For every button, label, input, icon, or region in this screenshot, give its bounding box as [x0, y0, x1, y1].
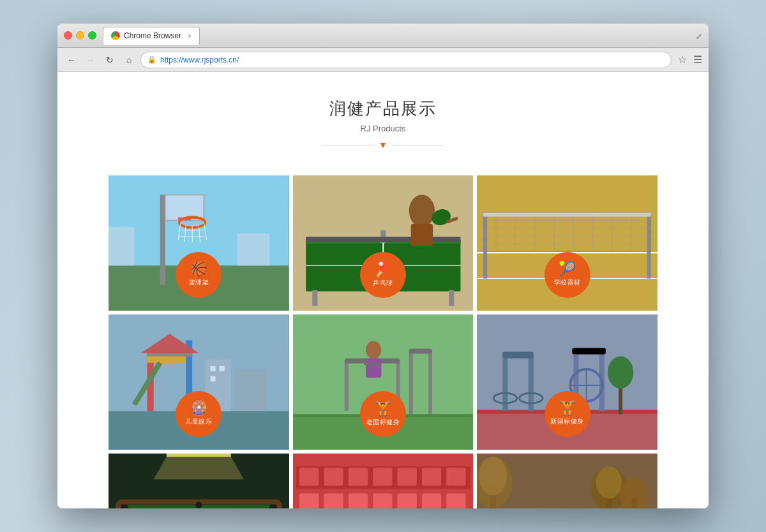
tab-area: Chrome Browser ×: [103, 27, 702, 45]
bookmark-icon[interactable]: ☆: [678, 54, 687, 66]
svg-rect-78: [503, 352, 534, 358]
product-tabletennis[interactable]: 🏓 乒乓球: [293, 175, 474, 311]
product-school[interactable]: 🎾 学校器材: [477, 175, 657, 311]
url-text: https://www.rjsports.cn/: [160, 55, 239, 64]
svg-rect-13: [109, 227, 134, 266]
svg-rect-115: [397, 468, 416, 485]
url-bar[interactable]: 🔒 https://www.rjsports.cn/: [140, 52, 672, 68]
page-header: 润健产品展示 RJ Products ▼: [57, 72, 709, 163]
svg-rect-69: [366, 358, 381, 378]
oldfitness-icon: 🏋️: [374, 402, 391, 416]
svg-marker-91: [154, 457, 244, 479]
svg-rect-120: [348, 494, 367, 508]
product-circle-basketball: 🏀 篮球架: [176, 252, 222, 298]
basketball-label: 篮球架: [189, 278, 209, 287]
product-park[interactable]: 🪑 公园器材: [477, 454, 657, 508]
svg-rect-59: [210, 376, 215, 381]
svg-rect-58: [220, 366, 225, 371]
traffic-lights: [64, 31, 96, 40]
school-label: 学校器材: [554, 278, 581, 287]
svg-rect-31: [483, 214, 487, 279]
svg-rect-119: [324, 494, 343, 508]
svg-rect-70: [364, 363, 372, 366]
svg-rect-25: [410, 224, 432, 246]
page-title-english: RJ Products: [70, 124, 696, 133]
divider-right: [393, 145, 444, 145]
svg-rect-67: [409, 349, 432, 354]
window-controls: ⤢: [696, 30, 702, 41]
oldfitness-label: 老国标健身: [366, 418, 400, 427]
svg-rect-114: [373, 468, 392, 485]
svg-rect-32: [647, 214, 651, 279]
children-label: 儿童娱乐: [185, 417, 212, 426]
product-newfitness[interactable]: 🏋 新国标健身: [477, 314, 657, 450]
product-billiards[interactable]: 🎱 台球桌: [109, 454, 289, 508]
school-icon: 🎾: [559, 262, 576, 276]
svg-rect-65: [409, 350, 412, 415]
svg-rect-90: [167, 454, 231, 457]
svg-rect-46: [483, 213, 650, 217]
home-button[interactable]: ⌂: [121, 52, 137, 68]
svg-point-24: [409, 195, 434, 226]
back-button[interactable]: ←: [64, 52, 79, 68]
svg-rect-123: [422, 494, 441, 508]
svg-rect-121: [373, 494, 392, 508]
svg-rect-56: [234, 369, 266, 411]
browser-tab[interactable]: Chrome Browser ×: [103, 27, 200, 45]
svg-rect-23: [449, 290, 454, 306]
product-circle-oldfitness: 🏋️ 老国标健身: [360, 391, 406, 437]
lock-icon: 🔒: [147, 55, 156, 64]
svg-point-88: [608, 357, 633, 388]
svg-rect-112: [324, 468, 343, 485]
product-circle-tabletennis: 🏓 乒乓球: [360, 252, 406, 298]
svg-rect-83: [573, 348, 606, 354]
product-circle-children: 🎡 儿童娱乐: [176, 391, 222, 437]
forward-button[interactable]: →: [83, 52, 98, 68]
svg-point-104: [195, 502, 202, 508]
svg-rect-118: [299, 494, 319, 508]
product-stadium[interactable]: 1 2 3 4 🪑 看台/课桌: [293, 454, 474, 508]
svg-rect-124: [446, 494, 465, 508]
divider-left: [322, 145, 373, 145]
chrome-icon: [111, 31, 120, 40]
tabletennis-label: 乒乓球: [373, 279, 393, 288]
expand-icon: ⤢: [696, 32, 702, 41]
maximize-button[interactable]: [88, 31, 96, 40]
menu-icon[interactable]: ☰: [693, 54, 702, 66]
newfitness-label: 新国标健身: [550, 417, 584, 426]
svg-rect-2: [160, 195, 165, 284]
product-children[interactable]: 🎡 儿童娱乐: [109, 314, 289, 450]
basketball-icon: 🏀: [190, 262, 207, 276]
minimize-button[interactable]: [76, 31, 84, 40]
address-bar: ← → ↻ ⌂ 🔒 https://www.rjsports.cn/ ☆ ☰: [57, 48, 709, 72]
newfitness-icon: 🏋: [559, 401, 576, 415]
svg-rect-21: [306, 237, 460, 242]
svg-point-154: [596, 466, 622, 498]
web-content: 润健产品展示 RJ Products ▼: [57, 72, 709, 508]
product-basketball[interactable]: 🏀 篮球架: [109, 175, 289, 311]
svg-rect-66: [428, 350, 432, 415]
svg-rect-111: [299, 468, 319, 485]
refresh-button[interactable]: ↻: [102, 52, 117, 68]
product-circle-school: 🎾 学校器材: [544, 252, 590, 298]
tab-title: Chrome Browser: [124, 31, 181, 40]
svg-rect-62: [344, 360, 348, 411]
title-bar: Chrome Browser × ⤢: [57, 24, 709, 48]
chevron-down-icon: ▼: [379, 140, 387, 150]
svg-point-68: [366, 341, 381, 358]
tab-close-button[interactable]: ×: [188, 33, 192, 40]
svg-rect-22: [312, 290, 317, 306]
svg-rect-113: [348, 468, 367, 485]
svg-rect-117: [446, 468, 465, 485]
product-grid: 🏀 篮球架: [57, 163, 709, 508]
tabletennis-icon: 🏓: [374, 263, 391, 277]
svg-point-151: [479, 457, 507, 496]
svg-rect-14: [237, 233, 269, 265]
svg-rect-57: [210, 366, 215, 371]
children-icon: 🎡: [190, 401, 207, 415]
close-button[interactable]: [64, 31, 72, 40]
svg-rect-71: [372, 363, 379, 366]
svg-rect-122: [397, 494, 416, 508]
product-oldfitness[interactable]: 🏋️ 老国标健身: [293, 314, 474, 450]
divider: ▼: [70, 140, 696, 150]
